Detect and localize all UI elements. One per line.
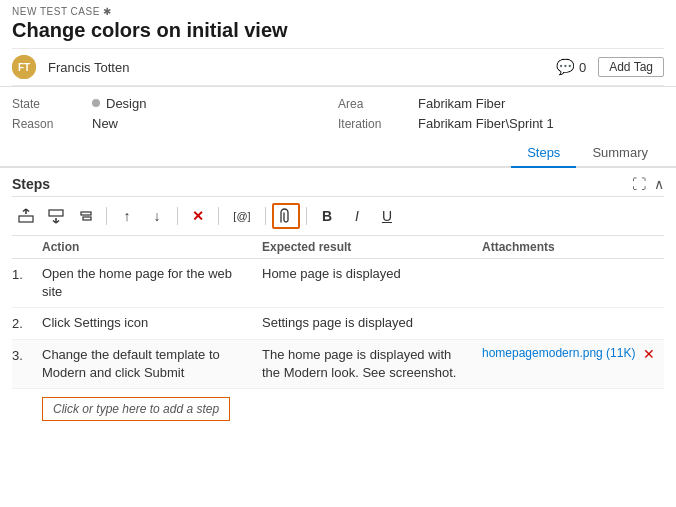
- toolbar-separator-3: [218, 207, 219, 225]
- state-label: State: [12, 95, 92, 111]
- step-number-2: 2.: [12, 314, 42, 331]
- bold-button[interactable]: B: [313, 203, 341, 229]
- steps-toolbar: ↑ ↓ ✕ [@] B I U: [12, 197, 664, 236]
- italic-button[interactable]: I: [343, 203, 371, 229]
- step-action-2[interactable]: Click Settings icon: [42, 314, 262, 332]
- add-tag-button[interactable]: Add Tag: [598, 57, 664, 77]
- add-step-button[interactable]: Click or type here to add a step: [42, 397, 230, 421]
- step-action-3[interactable]: Change the default template to Modern an…: [42, 346, 262, 382]
- step-expected-1[interactable]: Home page is displayed: [262, 265, 482, 283]
- tabs-row: Steps Summary: [0, 139, 676, 168]
- steps-column-headers: Action Expected result Attachments: [12, 236, 664, 259]
- table-row: 2. Click Settings icon Settings page is …: [12, 308, 664, 339]
- fullscreen-icon[interactable]: ⛶: [632, 176, 646, 192]
- toolbar-separator-2: [177, 207, 178, 225]
- delete-attachment-button[interactable]: ✕: [643, 346, 655, 362]
- add-attachment-button[interactable]: [272, 203, 300, 229]
- area-label: Area: [338, 95, 418, 111]
- area-value[interactable]: Fabrikam Fiber: [418, 95, 664, 111]
- iteration-label: Iteration: [338, 115, 418, 131]
- table-row: 1. Open the home page for the web site H…: [12, 259, 664, 308]
- tab-summary[interactable]: Summary: [576, 139, 664, 168]
- move-down-button[interactable]: ↓: [143, 203, 171, 229]
- move-up-button[interactable]: ↑: [113, 203, 141, 229]
- page-title: Change colors on initial view: [12, 19, 288, 42]
- toolbar-separator-1: [106, 207, 107, 225]
- svg-rect-6: [49, 210, 63, 216]
- insert-step-above-button[interactable]: [12, 203, 40, 229]
- insert-step-below-button[interactable]: [42, 203, 70, 229]
- svg-rect-2: [19, 216, 33, 222]
- avatar: FT: [12, 55, 36, 79]
- step-number-3: 3.: [12, 346, 42, 363]
- expected-column-header: Expected result: [262, 240, 482, 254]
- tab-steps[interactable]: Steps: [511, 139, 576, 168]
- collapse-icon[interactable]: ∧: [654, 176, 664, 192]
- state-dot: [92, 99, 100, 107]
- svg-text:FT: FT: [18, 62, 30, 73]
- table-row: 3. Change the default template to Modern…: [12, 340, 664, 389]
- comment-count: 0: [579, 60, 586, 75]
- toolbar-separator-4: [265, 207, 266, 225]
- toolbar-separator-5: [306, 207, 307, 225]
- state-value[interactable]: Design: [92, 95, 338, 111]
- svg-rect-11: [83, 217, 91, 220]
- step-attachment-3[interactable]: homepagemodern.png (11K) ✕: [482, 346, 662, 362]
- underline-button[interactable]: U: [373, 203, 401, 229]
- step-expected-2[interactable]: Settings page is displayed: [262, 314, 482, 332]
- reason-value[interactable]: New: [92, 115, 338, 131]
- insert-shared-step-button[interactable]: [@]: [225, 203, 259, 229]
- comment-button[interactable]: 💬 0: [556, 58, 586, 76]
- author-name: Francis Totten: [48, 60, 129, 75]
- add-step-row: Click or type here to add a step: [12, 389, 664, 425]
- reason-label: Reason: [12, 115, 92, 131]
- delete-step-button[interactable]: ✕: [184, 203, 212, 229]
- action-column-header: Action: [42, 240, 262, 254]
- iteration-value[interactable]: Fabrikam Fiber\Sprint 1: [418, 115, 664, 131]
- step-expected-3[interactable]: The home page is displayed with the Mode…: [262, 346, 482, 382]
- indent-step-button[interactable]: [72, 203, 100, 229]
- svg-rect-10: [81, 212, 91, 215]
- attachment-link[interactable]: homepagemodern.png (11K): [482, 346, 635, 360]
- comment-icon: 💬: [556, 58, 575, 76]
- steps-title: Steps: [12, 176, 50, 192]
- attachments-column-header: Attachments: [482, 240, 662, 254]
- step-number-1: 1.: [12, 265, 42, 282]
- step-action-1[interactable]: Open the home page for the web site: [42, 265, 262, 301]
- new-test-case-label: NEW TEST CASE ✱: [12, 6, 664, 17]
